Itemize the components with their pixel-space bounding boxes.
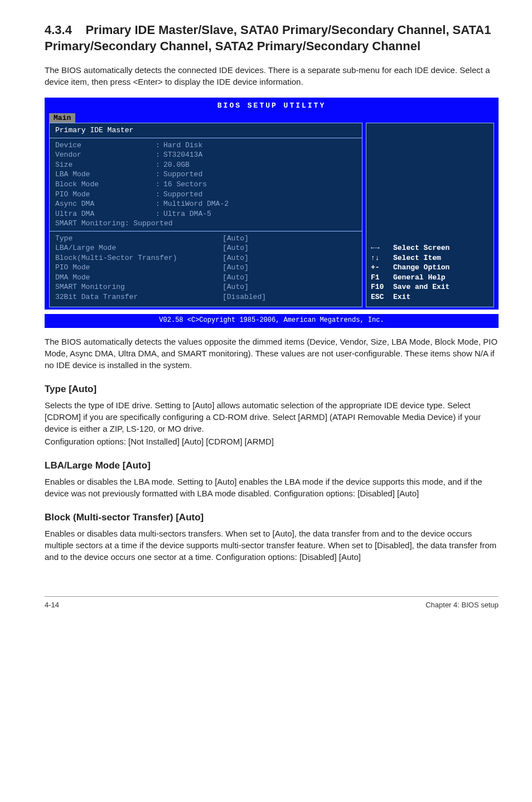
bios-menu-bar: Main bbox=[47, 113, 496, 123]
setting-row[interactable]: Block(Multi-Sector Transfer)[Auto] bbox=[55, 253, 356, 263]
type-heading: Type [Auto] bbox=[45, 383, 499, 396]
section-heading: 4.3.4 Primary IDE Master/Slave, SATA0 Pr… bbox=[45, 22, 499, 54]
bios-panels: Primary IDE Master Device:Hard Disk Vend… bbox=[47, 123, 496, 309]
info-row: Size:20.0GB bbox=[55, 160, 356, 170]
info-row: LBA Mode:Supported bbox=[55, 170, 356, 180]
bios-left-panel: Primary IDE Master Device:Hard Disk Vend… bbox=[49, 123, 362, 307]
bios-copyright: V02.58 <C>Copyright 1985-2006, American … bbox=[45, 314, 499, 328]
info-row: Ultra DMA:Ultra DMA-5 bbox=[55, 209, 356, 219]
page-number: 4-14 bbox=[45, 600, 59, 610]
bios-panel-header: Primary IDE Master bbox=[50, 123, 362, 138]
info-row: SMART Monitoring: Supported bbox=[55, 219, 356, 229]
help-row: ←→Select Screen bbox=[371, 243, 489, 253]
info-row: Device:Hard Disk bbox=[55, 141, 356, 151]
section-number: 4.3.4 bbox=[45, 23, 72, 37]
bios-window: BIOS SETUP UTILITY Main Primary IDE Mast… bbox=[45, 98, 499, 309]
setting-row[interactable]: 32Bit Data Transfer[Disabled] bbox=[55, 292, 356, 302]
help-row: +-Change Option bbox=[371, 263, 489, 273]
info-row: PIO Mode:Supported bbox=[55, 190, 356, 200]
lba-heading: LBA/Large Mode [Auto] bbox=[45, 460, 499, 472]
chapter-label: Chapter 4: BIOS setup bbox=[425, 600, 499, 610]
type-options: Configuration options: [Not Installed] [… bbox=[45, 436, 499, 447]
section-title-text: Primary IDE Master/Slave, SATA0 Primary/… bbox=[45, 23, 491, 53]
help-row: ↑↓Select Item bbox=[371, 253, 489, 263]
type-paragraph: Selects the type of IDE drive. Setting t… bbox=[45, 399, 499, 434]
setting-row[interactable]: Type[Auto] bbox=[55, 234, 356, 244]
info-value: Hard Disk bbox=[163, 141, 356, 151]
info-row: Vendor:ST320413A bbox=[55, 150, 356, 160]
setting-row[interactable]: LBA/Large Mode[Auto] bbox=[55, 243, 356, 253]
intro-paragraph: The BIOS automatically detects the conne… bbox=[45, 64, 499, 88]
device-info-block: Device:Hard Disk Vendor:ST320413A Size:2… bbox=[50, 138, 362, 231]
help-row: F10Save and Exit bbox=[371, 282, 489, 292]
bios-right-panel: ←→Select Screen ↑↓Select Item +-Change O… bbox=[366, 123, 494, 307]
info-label: Device bbox=[55, 141, 156, 151]
help-block: ←→Select Screen ↑↓Select Item +-Change O… bbox=[371, 243, 489, 302]
info-row: Block Mode:16 Sectors bbox=[55, 180, 356, 190]
setting-row[interactable]: SMART Monitoring[Auto] bbox=[55, 282, 356, 292]
setting-row[interactable]: PIO Mode[Auto] bbox=[55, 263, 356, 273]
info-row: Async DMA:MultiWord DMA-2 bbox=[55, 199, 356, 209]
settings-block: Type[Auto] LBA/Large Mode[Auto] Block(Mu… bbox=[50, 231, 362, 307]
page-footer: 4-14 Chapter 4: BIOS setup bbox=[45, 596, 499, 610]
post-bios-paragraph: The BIOS automatically detects the value… bbox=[45, 336, 499, 371]
block-paragraph: Enables or disables data multi-sectors t… bbox=[45, 528, 499, 563]
help-row: ESCExit bbox=[371, 292, 489, 302]
lba-paragraph: Enables or disables the LBA mode. Settin… bbox=[45, 476, 499, 499]
setting-row[interactable]: DMA Mode[Auto] bbox=[55, 273, 356, 283]
menu-tab-main[interactable]: Main bbox=[49, 113, 75, 123]
block-heading: Block (Multi-sector Transfer) [Auto] bbox=[45, 511, 499, 524]
bios-title: BIOS SETUP UTILITY bbox=[47, 100, 496, 113]
help-row: F1General Help bbox=[371, 273, 489, 283]
